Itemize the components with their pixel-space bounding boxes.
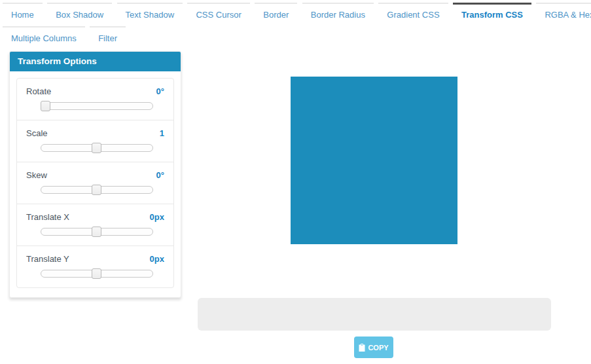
translate-y-slider[interactable]: [41, 270, 153, 278]
control-list: Rotate 0° Scale 1: [16, 78, 174, 288]
tab-transform-css[interactable]: Transform CSS: [453, 3, 531, 26]
rotate-label: Rotate: [26, 86, 51, 96]
control-rotate: Rotate 0°: [17, 79, 173, 120]
scale-slider[interactable]: [41, 144, 153, 152]
css-output-textarea[interactable]: [198, 298, 551, 331]
tab-border-radius[interactable]: Border Radius: [302, 3, 374, 26]
copy-button[interactable]: COPY: [354, 337, 393, 358]
translate-y-label: Translate Y: [26, 254, 69, 264]
rotate-value: 0°: [156, 86, 164, 96]
skew-slider[interactable]: [41, 186, 153, 194]
rotate-slider[interactable]: [41, 102, 153, 110]
skew-label: Skew: [26, 170, 47, 180]
translate-x-label: Translate X: [26, 212, 69, 222]
skew-value: 0°: [156, 170, 164, 180]
rotate-slider-thumb[interactable]: [41, 101, 50, 111]
tab-text-shadow[interactable]: Text Shadow: [117, 3, 183, 26]
transform-preview-square: [291, 77, 457, 244]
translate-x-value: 0px: [150, 212, 164, 222]
tab-filter[interactable]: Filter: [90, 26, 126, 50]
panel-body: Rotate 0° Scale 1: [10, 71, 181, 297]
tab-bar-row2: Multiple Columns Filter: [3, 26, 128, 50]
panel-title: Transform Options: [10, 52, 181, 71]
tab-multiple-columns[interactable]: Multiple Columns: [3, 26, 85, 50]
scale-label: Scale: [26, 128, 48, 138]
tab-home[interactable]: Home: [3, 3, 43, 26]
control-skew: Skew 0°: [17, 162, 173, 204]
translate-y-value: 0px: [150, 254, 164, 264]
transform-options-panel: Transform Options Rotate 0° Scale 1: [9, 51, 181, 298]
scale-value: 1: [160, 128, 164, 138]
translate-y-slider-thumb[interactable]: [92, 268, 101, 279]
control-translate-x: Translate X 0px: [17, 204, 173, 246]
clipboard-icon: [359, 344, 365, 352]
tab-css-cursor[interactable]: CSS Cursor: [187, 3, 249, 26]
tab-rgba-hex-color[interactable]: RGBA & Hex Color: [536, 3, 591, 26]
tab-box-shadow[interactable]: Box Shadow: [47, 3, 112, 26]
copy-button-label: COPY: [368, 344, 388, 352]
translate-x-slider-thumb[interactable]: [92, 227, 101, 237]
control-translate-y: Translate Y 0px: [17, 246, 173, 287]
translate-x-slider[interactable]: [41, 228, 153, 236]
tab-bar: Home Box Shadow Text Shadow CSS Cursor B…: [3, 3, 591, 26]
control-scale: Scale 1: [17, 120, 173, 162]
page: Home Box Shadow Text Shadow CSS Cursor B…: [0, 0, 591, 364]
tab-gradient-css[interactable]: Gradient CSS: [378, 3, 448, 26]
scale-slider-thumb[interactable]: [92, 143, 101, 153]
tab-border[interactable]: Border: [255, 3, 297, 26]
skew-slider-thumb[interactable]: [92, 185, 101, 195]
